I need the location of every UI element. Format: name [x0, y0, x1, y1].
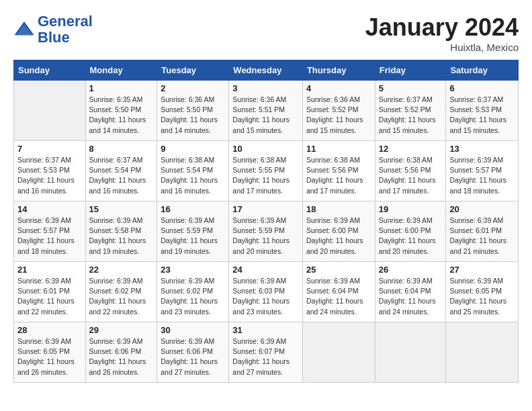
calendar-cell: 10Sunrise: 6:38 AMSunset: 5:55 PMDayligh… [229, 141, 303, 201]
calendar-cell: 18Sunrise: 6:39 AMSunset: 6:00 PMDayligh… [302, 201, 375, 262]
calendar-cell: 11Sunrise: 6:38 AMSunset: 5:56 PMDayligh… [302, 141, 375, 201]
calendar-cell: 23Sunrise: 6:39 AMSunset: 6:02 PMDayligh… [157, 262, 229, 322]
day-info: Sunrise: 6:38 AMSunset: 5:54 PMDaylight:… [161, 155, 225, 196]
day-info: Sunrise: 6:38 AMSunset: 5:56 PMDaylight:… [306, 155, 371, 196]
day-info: Sunrise: 6:39 AMSunset: 6:06 PMDaylight:… [161, 336, 225, 377]
day-number: 23 [161, 265, 225, 275]
location: Huixtla, Mexico [365, 42, 519, 53]
calendar-cell [14, 81, 86, 141]
day-number: 31 [232, 325, 299, 335]
weekday-header-row: SundayMondayTuesdayWednesdayThursdayFrid… [14, 60, 519, 81]
calendar-cell: 1Sunrise: 6:35 AMSunset: 5:50 PMDaylight… [85, 81, 157, 141]
day-info: Sunrise: 6:38 AMSunset: 5:56 PMDaylight:… [379, 155, 443, 196]
calendar-cell: 3Sunrise: 6:36 AMSunset: 5:51 PMDaylight… [229, 81, 303, 141]
day-info: Sunrise: 6:39 AMSunset: 6:03 PMDaylight:… [232, 276, 299, 317]
day-number: 3 [232, 83, 299, 93]
day-info: Sunrise: 6:36 AMSunset: 5:50 PMDaylight:… [161, 95, 225, 136]
logo-icon [13, 19, 35, 40]
day-info: Sunrise: 6:39 AMSunset: 5:58 PMDaylight:… [89, 216, 154, 257]
weekday-header: Wednesday [229, 60, 303, 81]
day-info: Sunrise: 6:35 AMSunset: 5:50 PMDaylight:… [89, 95, 154, 136]
day-number: 14 [17, 204, 82, 214]
day-info: Sunrise: 6:38 AMSunset: 5:55 PMDaylight:… [232, 155, 299, 196]
calendar-cell: 26Sunrise: 6:39 AMSunset: 6:04 PMDayligh… [375, 262, 446, 322]
page-header: General Blue January 2024 Huixtla, Mexic… [13, 13, 519, 53]
calendar-table: SundayMondayTuesdayWednesdayThursdayFrid… [13, 60, 519, 383]
day-info: Sunrise: 6:39 AMSunset: 6:01 PMDaylight:… [17, 276, 82, 317]
day-info: Sunrise: 6:39 AMSunset: 5:59 PMDaylight:… [232, 216, 299, 257]
day-info: Sunrise: 6:37 AMSunset: 5:52 PMDaylight:… [379, 95, 443, 136]
logo-text: General Blue [38, 13, 93, 46]
day-number: 4 [306, 83, 371, 93]
calendar-cell: 9Sunrise: 6:38 AMSunset: 5:54 PMDaylight… [157, 141, 229, 201]
day-number: 6 [449, 83, 515, 93]
day-info: Sunrise: 6:36 AMSunset: 5:52 PMDaylight:… [306, 95, 371, 136]
calendar-cell: 24Sunrise: 6:39 AMSunset: 6:03 PMDayligh… [229, 262, 303, 322]
day-number: 8 [89, 144, 154, 154]
day-number: 1 [89, 83, 154, 93]
day-number: 5 [379, 83, 443, 93]
day-number: 21 [17, 265, 82, 275]
day-number: 20 [449, 204, 515, 214]
day-number: 30 [161, 325, 225, 335]
month-title: January 2024 [365, 13, 519, 42]
calendar-cell: 25Sunrise: 6:39 AMSunset: 6:04 PMDayligh… [302, 262, 375, 322]
calendar-cell: 5Sunrise: 6:37 AMSunset: 5:52 PMDaylight… [375, 81, 446, 141]
day-number: 15 [89, 204, 154, 214]
weekday-header: Tuesday [157, 60, 229, 81]
calendar-cell [302, 322, 375, 383]
calendar-cell: 4Sunrise: 6:36 AMSunset: 5:52 PMDaylight… [302, 81, 375, 141]
day-number: 9 [161, 144, 225, 154]
day-number: 18 [306, 204, 371, 214]
day-info: Sunrise: 6:39 AMSunset: 6:00 PMDaylight:… [379, 216, 443, 257]
calendar-cell: 31Sunrise: 6:39 AMSunset: 6:07 PMDayligh… [229, 322, 303, 383]
calendar-cell: 30Sunrise: 6:39 AMSunset: 6:06 PMDayligh… [157, 322, 229, 383]
weekday-header: Saturday [446, 60, 519, 81]
day-info: Sunrise: 6:37 AMSunset: 5:53 PMDaylight:… [449, 95, 515, 136]
day-number: 25 [306, 265, 371, 275]
calendar-cell: 16Sunrise: 6:39 AMSunset: 5:59 PMDayligh… [157, 201, 229, 262]
day-info: Sunrise: 6:37 AMSunset: 5:54 PMDaylight:… [89, 155, 154, 196]
calendar-cell: 13Sunrise: 6:39 AMSunset: 5:57 PMDayligh… [446, 141, 519, 201]
day-number: 16 [161, 204, 225, 214]
calendar-cell: 29Sunrise: 6:39 AMSunset: 6:06 PMDayligh… [85, 322, 157, 383]
title-block: January 2024 Huixtla, Mexico [365, 13, 519, 53]
weekday-header: Monday [85, 60, 157, 81]
day-info: Sunrise: 6:39 AMSunset: 5:57 PMDaylight:… [17, 216, 82, 257]
day-number: 11 [306, 144, 371, 154]
logo: General Blue [13, 13, 93, 46]
calendar-cell: 6Sunrise: 6:37 AMSunset: 5:53 PMDaylight… [446, 81, 519, 141]
calendar-cell: 7Sunrise: 6:37 AMSunset: 5:53 PMDaylight… [14, 141, 86, 201]
calendar-week-row: 7Sunrise: 6:37 AMSunset: 5:53 PMDaylight… [14, 141, 519, 201]
day-info: Sunrise: 6:39 AMSunset: 6:02 PMDaylight:… [161, 276, 225, 317]
calendar-cell: 19Sunrise: 6:39 AMSunset: 6:00 PMDayligh… [375, 201, 446, 262]
day-info: Sunrise: 6:39 AMSunset: 6:01 PMDaylight:… [449, 216, 515, 257]
day-info: Sunrise: 6:39 AMSunset: 5:57 PMDaylight:… [449, 155, 515, 196]
day-info: Sunrise: 6:39 AMSunset: 6:06 PMDaylight:… [89, 336, 154, 377]
day-info: Sunrise: 6:39 AMSunset: 6:05 PMDaylight:… [17, 336, 82, 377]
day-number: 29 [89, 325, 154, 335]
calendar-cell: 27Sunrise: 6:39 AMSunset: 6:05 PMDayligh… [446, 262, 519, 322]
day-number: 12 [379, 144, 443, 154]
day-number: 24 [232, 265, 299, 275]
logo-line2: Blue [38, 29, 70, 46]
day-info: Sunrise: 6:39 AMSunset: 6:04 PMDaylight:… [379, 276, 443, 317]
weekday-header: Friday [375, 60, 446, 81]
calendar-cell: 15Sunrise: 6:39 AMSunset: 5:58 PMDayligh… [85, 201, 157, 262]
calendar-week-row: 14Sunrise: 6:39 AMSunset: 5:57 PMDayligh… [14, 201, 519, 262]
calendar-cell: 22Sunrise: 6:39 AMSunset: 6:02 PMDayligh… [85, 262, 157, 322]
day-info: Sunrise: 6:39 AMSunset: 6:02 PMDaylight:… [89, 276, 154, 317]
day-number: 10 [232, 144, 299, 154]
calendar-cell: 20Sunrise: 6:39 AMSunset: 6:01 PMDayligh… [446, 201, 519, 262]
day-info: Sunrise: 6:37 AMSunset: 5:53 PMDaylight:… [17, 155, 82, 196]
day-info: Sunrise: 6:39 AMSunset: 5:59 PMDaylight:… [161, 216, 225, 257]
logo-line1: General [38, 13, 93, 30]
day-number: 13 [449, 144, 515, 154]
calendar-cell: 2Sunrise: 6:36 AMSunset: 5:50 PMDaylight… [157, 81, 229, 141]
calendar-week-row: 21Sunrise: 6:39 AMSunset: 6:01 PMDayligh… [14, 262, 519, 322]
day-number: 26 [379, 265, 443, 275]
calendar-cell: 21Sunrise: 6:39 AMSunset: 6:01 PMDayligh… [14, 262, 86, 322]
day-number: 17 [232, 204, 299, 214]
calendar-cell: 17Sunrise: 6:39 AMSunset: 5:59 PMDayligh… [229, 201, 303, 262]
day-info: Sunrise: 6:39 AMSunset: 6:00 PMDaylight:… [306, 216, 371, 257]
